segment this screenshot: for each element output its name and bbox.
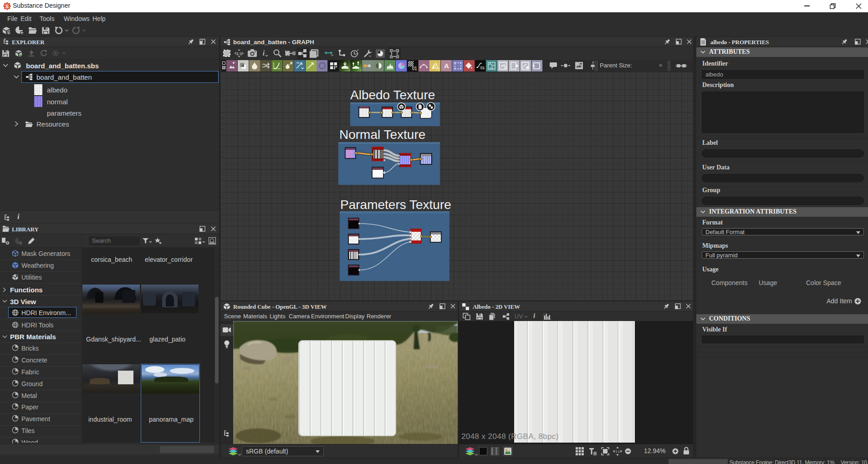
svg-text:1:1: 1:1 bbox=[236, 51, 242, 56]
svg-text:i: i bbox=[263, 49, 265, 57]
svg-text:A: A bbox=[444, 62, 449, 70]
svg-text:01: 01 bbox=[480, 66, 485, 70]
svg-text:S: S bbox=[5, 4, 9, 9]
svg-text:1:1: 1:1 bbox=[615, 450, 620, 453]
